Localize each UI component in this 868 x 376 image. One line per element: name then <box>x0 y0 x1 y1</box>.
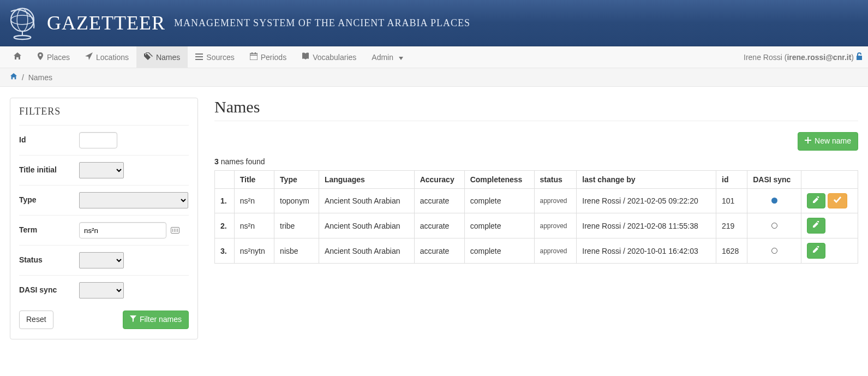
cell-title: ns²nytn <box>234 238 274 264</box>
nav-names[interactable]: Names <box>136 46 188 68</box>
cell-dasi-sync <box>747 238 801 264</box>
col-type: Type <box>274 170 319 188</box>
user-name: Irene Rossi <box>744 53 782 62</box>
table-row: 1.ns²ntoponymAncient South Arabianaccura… <box>215 188 858 213</box>
nav-places-label: Places <box>47 53 70 62</box>
cell-last-change: Irene Rossi / 2021-02-08 11:55:38 <box>577 213 716 238</box>
cell-accuracy: accurate <box>414 188 464 213</box>
sync-dot-empty-icon <box>771 223 777 229</box>
filter-names-label: Filter names <box>140 314 182 325</box>
check-icon <box>834 196 841 206</box>
pin-icon <box>37 52 44 62</box>
location-arrow-icon <box>85 52 93 62</box>
results-count: 3 names found <box>214 157 858 166</box>
cell-last-change: Irene Rossi / 2021-02-05 09:22:20 <box>577 188 716 213</box>
new-name-button[interactable]: New name <box>798 132 858 151</box>
filter-title-initial-select[interactable] <box>79 162 124 178</box>
cell-accuracy: accurate <box>414 238 464 264</box>
tags-icon <box>144 52 153 62</box>
cell-languages: Ancient South Arabian <box>319 188 414 213</box>
approve-button[interactable] <box>828 193 847 209</box>
edit-icon <box>813 246 819 255</box>
col-completeness: Completeness <box>464 170 534 188</box>
col-title: Title <box>234 170 274 188</box>
sync-dot-empty-icon <box>771 248 777 254</box>
cell-completeness: complete <box>464 238 534 264</box>
filter-type-select[interactable] <box>79 192 188 208</box>
filter-status-select[interactable] <box>79 252 124 268</box>
filter-id-input[interactable] <box>79 132 117 148</box>
names-table: Title Type Languages Accuracy Completene… <box>214 170 858 264</box>
nav-admin-label: Admin <box>372 53 393 62</box>
cell-index: 3. <box>215 238 235 264</box>
cell-actions <box>801 213 858 238</box>
app-banner: GAZETTEER MANAGEMENT SYSTEM OF THE ANCIE… <box>0 0 868 46</box>
edit-icon <box>813 221 819 230</box>
cell-type: toponym <box>274 188 319 213</box>
col-status: status <box>534 170 577 188</box>
user-email: irene.rossi@cnr.it <box>787 53 851 62</box>
breadcrumb-current: Names <box>28 73 52 82</box>
cell-title: ns²n <box>234 213 274 238</box>
nav-sources[interactable]: Sources <box>188 46 242 68</box>
cell-type: tribe <box>274 213 319 238</box>
nav-periods-label: Periods <box>261 53 286 62</box>
user-info[interactable]: Irene Rossi (irene.rossi@cnr.it) <box>744 46 863 68</box>
breadcrumb: / Names <box>0 68 868 87</box>
page-title: Names <box>214 98 858 121</box>
col-dasi-sync: DASI sync <box>747 170 801 188</box>
filter-icon <box>130 314 136 325</box>
cell-last-change: Irene Rossi / 2020-10-01 16:42:03 <box>577 238 716 264</box>
filter-dasi-sync-select[interactable] <box>79 282 124 299</box>
cell-actions <box>801 188 858 213</box>
svg-point-0 <box>11 8 34 31</box>
plus-icon <box>805 136 811 147</box>
edit-button[interactable] <box>807 193 825 209</box>
filter-title-initial-label: Title initial <box>19 162 79 174</box>
table-row: 2.ns²ntribeAncient South Arabianaccurate… <box>215 213 858 238</box>
col-languages: Languages <box>319 170 414 188</box>
nav-vocabularies-label: Vocabularies <box>313 53 356 62</box>
filter-names-button[interactable]: Filter names <box>123 311 189 329</box>
breadcrumb-separator: / <box>22 73 24 82</box>
new-name-label: New name <box>815 136 851 147</box>
edit-button[interactable] <box>807 243 825 259</box>
cell-accuracy: accurate <box>414 213 464 238</box>
nav-locations[interactable]: Locations <box>77 46 136 68</box>
filter-dasi-sync-label: DASI sync <box>19 282 79 294</box>
cell-index: 1. <box>215 188 235 213</box>
nav-periods[interactable]: Periods <box>242 46 294 68</box>
breadcrumb-home-icon[interactable] <box>10 73 20 82</box>
col-index <box>215 170 235 188</box>
cell-completeness: complete <box>464 213 534 238</box>
results-count-number: 3 <box>214 157 219 166</box>
app-title: GAZETTEER <box>47 11 165 34</box>
cell-id: 1628 <box>716 238 747 264</box>
svg-rect-5 <box>250 53 258 60</box>
filters-heading: FILTERS <box>19 106 189 117</box>
cell-dasi-sync <box>747 213 801 238</box>
nav-admin[interactable]: Admin <box>364 46 411 68</box>
results-count-suffix: names found <box>221 157 265 166</box>
filter-type-label: Type <box>19 192 79 204</box>
filter-status-label: Status <box>19 252 79 264</box>
nav-names-label: Names <box>156 53 180 62</box>
edit-button[interactable] <box>807 218 825 234</box>
reset-button[interactable]: Reset <box>19 311 53 329</box>
cell-index: 2. <box>215 213 235 238</box>
keyboard-icon[interactable] <box>171 227 179 234</box>
calendar-icon <box>250 52 258 62</box>
unlock-icon <box>856 52 863 62</box>
book-icon <box>302 52 309 62</box>
filter-id-label: Id <box>19 132 79 144</box>
nav-vocabularies[interactable]: Vocabularies <box>294 46 364 68</box>
main-navbar: Places Locations Names Sources Periods <box>0 46 868 68</box>
nav-places[interactable]: Places <box>29 46 77 68</box>
cell-status: approved <box>534 213 577 238</box>
filter-term-input[interactable] <box>79 222 166 238</box>
home-icon <box>13 52 22 62</box>
sync-dot-filled-icon <box>771 198 777 204</box>
nav-home[interactable] <box>5 46 29 68</box>
col-last-change: last change by <box>577 170 716 188</box>
cell-id: 219 <box>716 213 747 238</box>
